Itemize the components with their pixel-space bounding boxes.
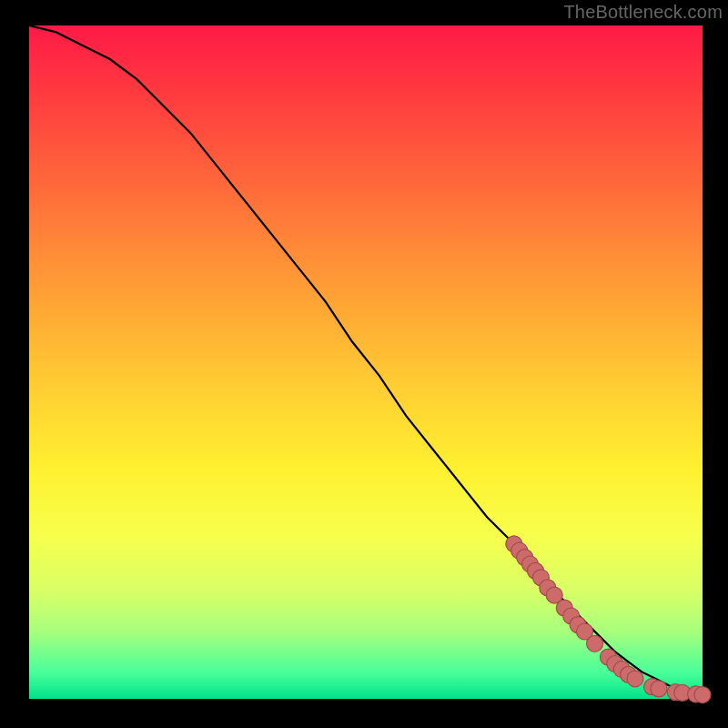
sample-point xyxy=(651,681,667,697)
sample-point xyxy=(694,687,711,703)
plot-svg xyxy=(29,25,703,699)
bottleneck-curve xyxy=(29,25,703,695)
sample-point xyxy=(627,671,643,687)
sample-point xyxy=(587,635,603,652)
chart-frame: TheBottleneck.com xyxy=(0,0,728,728)
watermark-text: TheBottleneck.com xyxy=(563,2,723,23)
plot-area xyxy=(29,25,703,699)
sample-points-group xyxy=(506,536,711,703)
